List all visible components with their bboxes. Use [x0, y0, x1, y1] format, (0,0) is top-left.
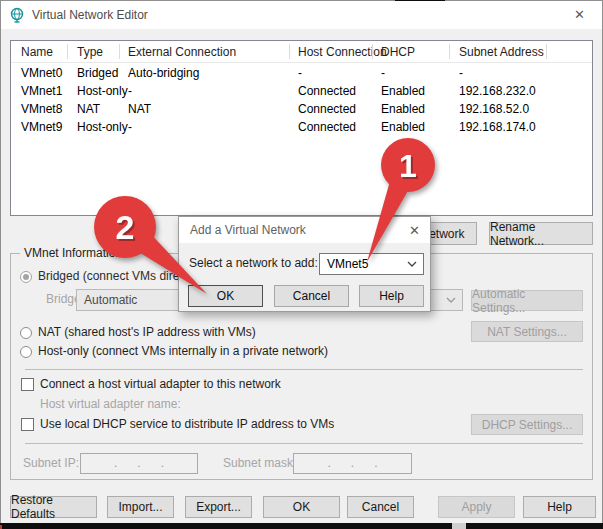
column-header-host[interactable]: Host Connection — [298, 44, 387, 60]
vmnet-information-label: VMnet Information — [20, 246, 126, 260]
table-cell: - — [298, 64, 302, 82]
table-cell: Bridged — [77, 64, 118, 82]
table-cell: Connected — [298, 118, 356, 136]
network-list-header: Name Type External Connection Host Conne… — [11, 41, 592, 63]
host-only-radio[interactable] — [20, 346, 32, 358]
host-only-radio-label: Host-only (connect VMs internally in a p… — [38, 345, 328, 358]
import-button[interactable]: Import... — [107, 496, 174, 518]
table-cell: VMnet9 — [21, 118, 62, 136]
connect-adapter-label: Connect a host virtual adapter to this n… — [40, 378, 281, 391]
divider — [25, 443, 583, 444]
subnet-mask-label: Subnet mask: — [223, 457, 296, 470]
chevron-down-icon — [407, 261, 417, 267]
table-cell: NAT — [128, 100, 151, 118]
table-cell: VMnet0 — [21, 64, 62, 82]
virtual-network-editor-window: Virtual Network Editor ✕ Name Type Exter… — [0, 0, 603, 529]
table-cell: - — [128, 82, 132, 100]
dialog-close-icon[interactable]: ✕ — [409, 224, 420, 237]
rename-network-button[interactable]: Rename Network... — [489, 222, 593, 245]
table-cell: Enabled — [381, 100, 425, 118]
column-header-subnet[interactable]: Subnet Address — [459, 44, 544, 60]
use-dhcp-checkbox[interactable] — [21, 418, 34, 431]
export-button[interactable]: Export... — [185, 496, 252, 518]
column-header-external[interactable]: External Connection — [128, 44, 236, 60]
chevron-down-icon — [446, 297, 456, 303]
titlebar: Virtual Network Editor — [1, 1, 602, 29]
nat-radio-label: NAT (shared host's IP address with VMs) — [38, 326, 256, 339]
table-cell: VMnet1 — [21, 82, 62, 100]
taskbar-sliver-dot — [0, 525, 2, 529]
dhcp-settings-button: DHCP Settings... — [471, 414, 583, 435]
taskbar-sliver-bottom — [0, 523, 603, 529]
apply-button: Apply — [438, 496, 515, 518]
subnet-ip-label: Subnet IP: — [23, 457, 79, 470]
cancel-button[interactable]: Cancel — [347, 496, 414, 518]
divider — [25, 369, 583, 370]
app-globe-icon — [9, 7, 25, 23]
table-cell: Enabled — [381, 118, 425, 136]
dialog-help-button[interactable]: Help — [359, 285, 424, 307]
table-cell: VMnet8 — [21, 100, 62, 118]
network-select-value: VMnet5 — [327, 257, 368, 271]
automatic-settings-button: Automatic Settings... — [471, 290, 583, 311]
column-header-name[interactable]: Name — [21, 44, 53, 60]
table-cell: Host-only — [77, 118, 128, 136]
column-header-dhcp[interactable]: DHCP — [381, 44, 415, 60]
help-button[interactable]: Help — [523, 496, 596, 518]
column-header-type[interactable]: Type — [77, 44, 103, 60]
table-row[interactable]: VMnet1 Host-only - Connected Enabled 192… — [11, 82, 592, 100]
adapter-name-label: Host virtual adapter name: — [40, 398, 181, 411]
dialog-titlebar: Add a Virtual Network ✕ — [179, 217, 430, 243]
window-close-icon[interactable]: ✕ — [574, 8, 585, 21]
table-cell: NAT — [77, 100, 100, 118]
dialog-cancel-button[interactable]: Cancel — [274, 285, 349, 307]
nat-settings-button: NAT Settings... — [471, 321, 583, 342]
dialog-ok-button[interactable]: OK — [188, 285, 263, 307]
subnet-ip-field: . . . — [80, 453, 198, 474]
table-cell: - — [128, 118, 132, 136]
use-dhcp-label: Use local DHCP service to distribute IP … — [40, 418, 334, 431]
table-cell: Connected — [298, 82, 356, 100]
table-cell: - — [381, 64, 385, 82]
add-virtual-network-dialog: Add a Virtual Network ✕ Select a network… — [178, 216, 431, 312]
table-cell: Connected — [298, 100, 356, 118]
table-cell: Enabled — [381, 82, 425, 100]
table-cell: Auto-bridging — [128, 64, 199, 82]
taskbar-sliver-notch — [452, 523, 466, 529]
connect-adapter-checkbox[interactable] — [21, 378, 34, 391]
table-cell: 192.168.174.0 — [459, 118, 536, 136]
nat-radio[interactable] — [20, 327, 32, 339]
table-cell: Host-only — [77, 82, 128, 100]
subnet-mask-field: . . . — [293, 453, 412, 474]
table-row[interactable]: VMnet9 Host-only - Connected Enabled 192… — [11, 118, 592, 136]
window-title: Virtual Network Editor — [32, 8, 148, 22]
bridged-radio[interactable] — [20, 271, 32, 283]
select-network-label: Select a network to add: — [189, 257, 318, 270]
network-list: Name Type External Connection Host Conne… — [10, 40, 593, 216]
restore-defaults-button[interactable]: Restore Defaults — [10, 496, 97, 518]
table-cell: - — [459, 64, 463, 82]
table-cell: 192.168.52.0 — [459, 100, 529, 118]
table-cell: 192.168.232.0 — [459, 82, 536, 100]
dialog-title: Add a Virtual Network — [190, 223, 306, 237]
table-row[interactable]: VMnet0 Bridged Auto-bridging - - - — [11, 64, 592, 82]
network-select-combobox[interactable]: VMnet5 — [319, 253, 424, 275]
table-row[interactable]: VMnet8 NAT NAT Connected Enabled 192.168… — [11, 100, 592, 118]
ok-button[interactable]: OK — [263, 496, 340, 518]
